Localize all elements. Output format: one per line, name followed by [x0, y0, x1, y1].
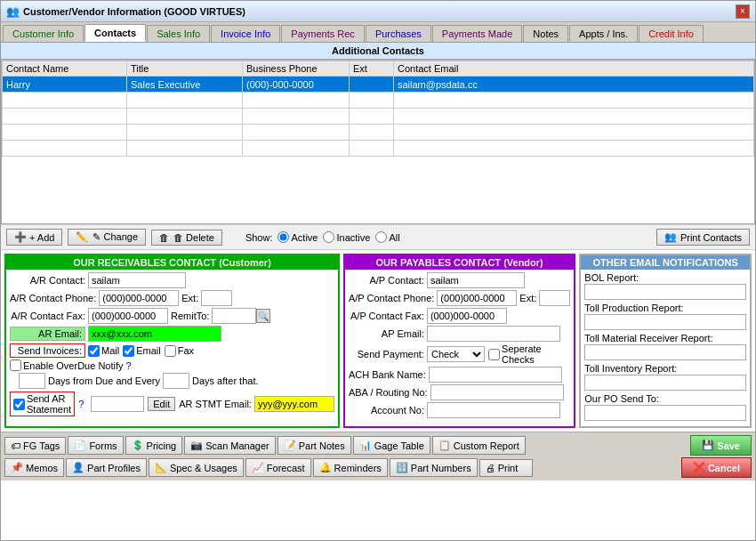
tab-notes[interactable]: Notes — [523, 25, 568, 42]
toolbar-row: ➕+ Add ✏️✎ Change 🗑🗑 Delete Show: Active… — [1, 224, 755, 250]
overdue-row: Enable OverDue Notify ? — [10, 359, 334, 371]
bottom-bar: 🏷 FG Tags 📄 Forms 💲 Pricing 📷 Scan Manag… — [1, 432, 755, 480]
part-notes-button[interactable]: 📝 Part Notes — [277, 436, 351, 455]
ap-fax-input[interactable] — [427, 308, 507, 324]
reminders-icon: 🔔 — [319, 462, 332, 473]
change-button[interactable]: ✏️✎ Change — [68, 229, 146, 246]
table-row[interactable]: Harry Sales Executive (000)-000-0000 sai… — [3, 77, 754, 93]
ar-fax-row: A/R Contact Fax: RemitTo: 🔍 — [10, 308, 334, 324]
contact-title: Sales Executive — [127, 77, 243, 93]
pricing-button[interactable]: 💲 Pricing — [125, 436, 183, 455]
days-row: Days from Due and Every Days after that. — [10, 373, 334, 389]
tab-contacts[interactable]: Contacts — [84, 24, 146, 42]
ar-stmt-row: Send AR Statement ? Edit AR STMT Email: — [10, 392, 334, 416]
toll-prod-input[interactable] — [584, 314, 746, 330]
show-active-radio[interactable]: Active — [277, 231, 318, 243]
days-after-input[interactable] — [163, 373, 189, 389]
bol-input[interactable] — [584, 284, 746, 300]
send-payment-select[interactable]: Check — [427, 346, 485, 362]
ar-stmt-extra-input[interactable] — [91, 396, 144, 412]
edit-button[interactable]: Edit — [148, 397, 175, 411]
show-inactive-radio[interactable]: Inactive — [323, 231, 370, 243]
tab-invoice-info[interactable]: Invoice Info — [211, 25, 280, 42]
ar-stmt-help-icon[interactable]: ? — [78, 399, 84, 409]
bottom-rows: 🏷 FG Tags 📄 Forms 💲 Pricing 📷 Scan Manag… — [4, 435, 752, 478]
bottom-row-2: 📌 Memos 👤 Part Profiles 📐 Spec & Usages … — [4, 457, 752, 478]
ach-bank-input[interactable] — [429, 367, 562, 383]
table-row[interactable] — [3, 109, 754, 125]
ap-contact-row: A/P Contact: — [349, 272, 570, 288]
delete-button[interactable]: 🗑🗑 Delete — [151, 230, 222, 246]
ar-fax-label: A/R Contact Fax: — [10, 311, 85, 321]
days-after-label: Days after that. — [192, 375, 259, 386]
add-button[interactable]: ➕+ Add — [6, 229, 62, 246]
contacts-table: Contact Name Title Business Phone Ext Co… — [2, 61, 754, 157]
email-checkbox[interactable]: Email — [123, 345, 161, 357]
ap-email-input[interactable] — [427, 326, 560, 342]
ar-panel-body: A/R Contact: A/R Contact Phone: Ext: A/R… — [6, 270, 338, 421]
scan-manager-button[interactable]: 📷 Scan Manager — [184, 436, 276, 455]
overdue-help-icon[interactable]: ? — [126, 360, 132, 371]
send-invoices-label: Send Invoices: — [10, 343, 85, 358]
tab-appts-ins[interactable]: Appts / Ins. — [569, 25, 638, 42]
contacts-table-wrapper[interactable]: Contact Name Title Business Phone Ext Co… — [1, 60, 755, 224]
separate-checks-checkbox[interactable]: Seperate Checks — [488, 343, 570, 365]
ar-stmt-email-input[interactable] — [254, 396, 334, 412]
tab-credit-info[interactable]: Credit Info — [639, 25, 704, 42]
memos-button[interactable]: 📌 Memos — [4, 458, 64, 477]
our-po-input[interactable] — [584, 405, 746, 421]
custom-report-button[interactable]: 📋 Custom Report — [432, 436, 526, 455]
spec-usages-button[interactable]: 📐 Spec & Usages — [149, 458, 244, 477]
ap-panel-header: OUR PAYABLES CONTACT (Vendor) — [345, 255, 574, 270]
title-bar: 👥 Customer/Vendor Information (GOOD VIRT… — [1, 1, 755, 22]
ar-contact-input[interactable] — [88, 272, 186, 288]
print-icon: 🖨 — [486, 463, 495, 473]
remit-browse-button[interactable]: 🔍 — [256, 309, 270, 323]
tab-payments-made[interactable]: Payments Made — [432, 25, 522, 42]
other-panel: OTHER EMAIL NOTIFICATIONS BOL Report: To… — [579, 254, 752, 428]
mail-checkbox[interactable]: Mail — [88, 345, 119, 357]
part-numbers-button[interactable]: 🔢 Part Numbers — [390, 458, 478, 477]
ar-email-input[interactable] — [88, 326, 221, 342]
ap-ext-input[interactable] — [539, 290, 570, 306]
ar-ext-input[interactable] — [201, 290, 232, 306]
spec-icon: 📐 — [155, 462, 167, 473]
ar-panel: OUR RECEIVABLES CONTACT (Customer) A/R C… — [4, 254, 340, 428]
ar-phone-input[interactable] — [99, 290, 179, 306]
days-from-input[interactable] — [19, 373, 45, 389]
tab-customer-info[interactable]: Customer Info — [3, 25, 84, 42]
forms-button[interactable]: 📄 Forms — [68, 436, 123, 455]
other-panel-header: OTHER EMAIL NOTIFICATIONS — [581, 255, 750, 270]
reminders-button[interactable]: 🔔 Reminders — [313, 458, 388, 477]
part-numbers-icon: 🔢 — [396, 462, 408, 473]
ap-phone-input[interactable] — [437, 290, 517, 306]
overdue-checkbox[interactable]: Enable OverDue Notify — [10, 359, 124, 371]
ar-fax-input[interactable] — [88, 308, 168, 324]
aba-routing-input[interactable] — [430, 384, 564, 400]
print-contacts-button[interactable]: 👥Print Contacts — [656, 229, 750, 246]
table-row[interactable] — [3, 93, 754, 109]
ap-contact-input[interactable] — [427, 272, 525, 288]
close-button[interactable]: × — [736, 4, 750, 19]
forecast-button[interactable]: 📈 Forecast — [245, 458, 311, 477]
table-row[interactable] — [3, 141, 754, 157]
table-row[interactable] — [3, 125, 754, 141]
print-button[interactable]: 🖨 Print — [479, 459, 533, 477]
toll-inv-input[interactable] — [584, 375, 746, 391]
fax-checkbox[interactable]: Fax — [165, 345, 194, 357]
gage-table-button[interactable]: 📊 Gage Table — [353, 436, 430, 455]
cancel-button[interactable]: ❌ Cancel — [681, 457, 752, 478]
tab-payments-rec[interactable]: Payments Rec — [281, 25, 365, 42]
toll-mat-input[interactable] — [584, 344, 746, 360]
part-profiles-button[interactable]: 👤 Part Profiles — [66, 458, 147, 477]
ach-bank-row: ACH Bank Name: — [349, 367, 570, 383]
tab-sales-info[interactable]: Sales Info — [147, 25, 210, 42]
send-ar-stmt-checkbox[interactable] — [13, 399, 25, 410]
fg-tags-button[interactable]: 🏷 FG Tags — [4, 437, 66, 455]
col-header-phone: Business Phone — [243, 61, 350, 77]
tab-purchases[interactable]: Purchases — [366, 25, 431, 42]
show-all-radio[interactable]: All — [375, 231, 399, 243]
account-no-input[interactable] — [427, 402, 560, 418]
save-button[interactable]: 💾 Save — [690, 435, 752, 456]
remit-to-input[interactable] — [212, 308, 256, 324]
